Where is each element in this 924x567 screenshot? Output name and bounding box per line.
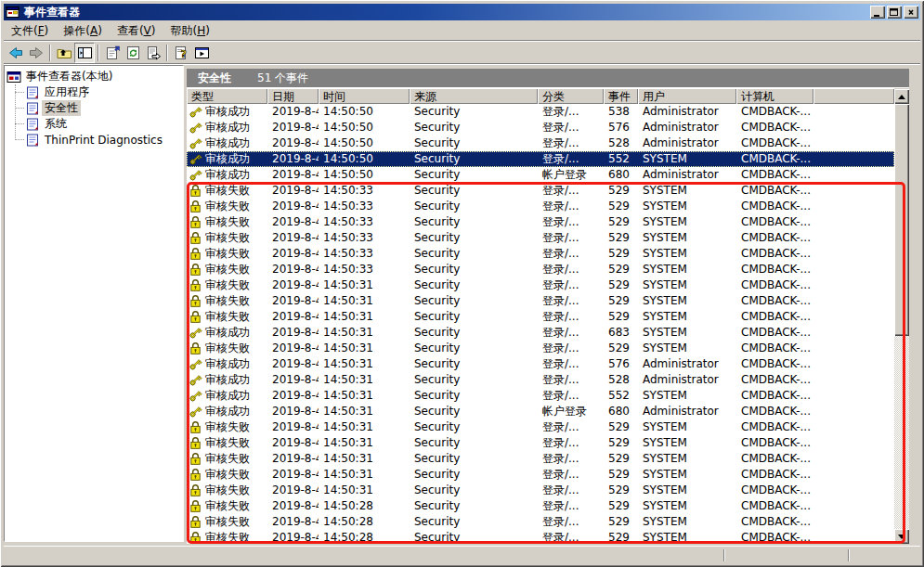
event-row[interactable]: 审核成功 2019-8-4 14:50:50 Security 登录/... 5… (187, 120, 894, 135)
audit-success-key-icon (189, 152, 202, 166)
event-row[interactable]: 审核失败 2019-8-4 14:50:28 Security 登录/... 5… (187, 514, 894, 530)
date-cell: 2019-8-4 (267, 467, 319, 483)
event-row[interactable]: 审核成功 2019-8-4 14:50:50 Security 帐户登录 680… (187, 167, 894, 183)
column-header[interactable]: 用户 (638, 88, 736, 104)
event-row[interactable]: 审核成功 2019-8-4 14:50:31 Security 登录/... 5… (187, 372, 894, 388)
vertical-scrollbar[interactable] (894, 89, 909, 544)
forward-button[interactable] (26, 43, 46, 63)
tree-item-安全性[interactable]: 安全性 (7, 100, 183, 116)
event-row[interactable]: 审核失败 2019-8-4 14:50:33 Security 登录/... 5… (187, 246, 894, 262)
type-cell: 审核失败 (187, 514, 267, 530)
event-row[interactable]: 审核失败 2019-8-4 14:50:31 Security 登录/... 5… (187, 277, 894, 293)
event-row[interactable]: 审核失败 2019-8-4 14:50:31 Security 登录/... 5… (187, 309, 894, 325)
tree-root-event-viewer[interactable]: 事件查看器(本地) (7, 69, 183, 84)
event-row[interactable]: 审核失败 2019-8-4 14:50:31 Security 登录/... 5… (187, 483, 894, 498)
event-id-cell: 529 (604, 199, 638, 214)
scroll-down-button[interactable] (894, 529, 909, 544)
refresh-button[interactable] (123, 43, 143, 63)
menu-item[interactable]: 帮助(H) (163, 22, 216, 40)
category-cell: 登录/... (538, 356, 604, 372)
source-cell: Security (410, 183, 538, 199)
event-id-cell: 529 (604, 419, 638, 435)
computer-cell: CMDBACK-... (736, 325, 813, 341)
export-list-icon (146, 45, 162, 60)
event-row[interactable]: 审核失败 2019-8-4 14:50:33 Security 登录/... 5… (187, 262, 894, 277)
event-row[interactable]: 审核成功 2019-8-4 14:50:50 Security 登录/... 5… (187, 151, 894, 167)
export-list-button[interactable] (143, 43, 163, 63)
back-button[interactable] (6, 43, 26, 63)
category-cell: 登录/... (538, 151, 604, 167)
category-cell: 帐户登录 (538, 167, 604, 183)
event-row[interactable]: 审核失败 2019-8-4 14:50:33 Security 登录/... 5… (187, 230, 894, 246)
menu-item[interactable]: 文件(F) (4, 22, 56, 40)
scrollbar-thumb[interactable] (894, 104, 909, 336)
column-header[interactable]: 计算机 (736, 88, 813, 104)
time-cell: 14:50:31 (319, 483, 410, 498)
event-row[interactable]: 审核成功 2019-8-4 14:50:31 Security 登录/... 5… (187, 356, 894, 372)
menu-item[interactable]: 操作(A) (56, 22, 110, 40)
up-folder-button[interactable] (54, 43, 74, 63)
time-cell: 14:50:31 (319, 309, 410, 325)
event-row[interactable]: 审核失败 2019-8-4 14:50:28 Security 登录/... 5… (187, 530, 894, 544)
date-cell: 2019-8-4 (267, 199, 319, 214)
computer-cell: CMDBACK-... (736, 404, 813, 419)
time-cell: 14:50:33 (319, 214, 410, 230)
column-header[interactable]: 分类 (538, 88, 604, 104)
category-cell: 登录/... (538, 104, 604, 120)
type-cell: 审核失败 (187, 467, 267, 483)
column-header[interactable]: 时间 (319, 88, 410, 104)
user-cell: SYSTEM (638, 199, 736, 214)
column-header[interactable]: 日期 (267, 88, 319, 104)
event-row[interactable]: 审核成功 2019-8-4 14:50:31 Security 帐户登录 680… (187, 404, 894, 419)
minimize-button[interactable] (870, 6, 885, 19)
tree-item-系统[interactable]: 系统 (7, 116, 183, 132)
computer-cell: CMDBACK-... (736, 262, 813, 277)
event-id-cell: 538 (604, 104, 638, 120)
event-row[interactable]: 审核失败 2019-8-4 14:50:28 Security 登录/... 5… (187, 498, 894, 514)
show-panel-button[interactable] (191, 43, 212, 63)
show-tree-button[interactable] (74, 43, 95, 63)
event-row[interactable]: 审核失败 2019-8-4 14:50:31 Security 登录/... 5… (187, 435, 894, 451)
event-row[interactable]: 审核失败 2019-8-4 14:50:33 Security 登录/... 5… (187, 199, 894, 214)
event-row[interactable]: 审核成功 2019-8-4 14:50:31 Security 登录/... 6… (187, 325, 894, 341)
event-row[interactable]: 审核成功 2019-8-4 14:50:31 Security 登录/... 5… (187, 388, 894, 404)
properties-button[interactable] (102, 43, 123, 63)
event-row[interactable]: 审核失败 2019-8-4 14:50:31 Security 登录/... 5… (187, 293, 894, 309)
tree-item-ThinPrint Diagnostics[interactable]: ThinPrint Diagnostics (7, 132, 183, 148)
menu-item[interactable]: 查看(V) (110, 22, 163, 40)
type-cell: 审核失败 (187, 183, 267, 199)
event-row[interactable]: 审核失败 2019-8-4 14:50:31 Security 登录/... 5… (187, 451, 894, 467)
computer-cell: CMDBACK-... (736, 451, 813, 467)
audit-success-key-icon (189, 373, 202, 387)
column-header[interactable]: 事件 (604, 88, 638, 104)
event-row[interactable]: 审核失败 2019-8-4 14:50:33 Security 登录/... 5… (187, 183, 894, 199)
event-row[interactable]: 审核失败 2019-8-4 14:50:31 Security 登录/... 5… (187, 341, 894, 356)
column-header[interactable]: 类型 (187, 88, 267, 104)
back-arrow-icon (8, 45, 23, 60)
event-row[interactable]: 审核失败 2019-8-4 14:50:31 Security 登录/... 5… (187, 467, 894, 483)
scroll-up-button[interactable] (894, 89, 909, 104)
source-cell: Security (410, 467, 538, 483)
date-cell: 2019-8-4 (267, 246, 319, 262)
tree-item-应用程序[interactable]: 应用程序 (7, 84, 183, 100)
show-panel-icon (194, 45, 210, 60)
computer-cell: CMDBACK-... (736, 388, 813, 404)
column-header[interactable] (813, 88, 894, 104)
computer-cell: CMDBACK-... (736, 309, 813, 325)
audit-failure-lock-icon (189, 310, 202, 324)
close-button[interactable] (904, 6, 918, 19)
event-row[interactable]: 审核失败 2019-8-4 14:50:33 Security 登录/... 5… (187, 214, 894, 230)
type-cell: 审核失败 (187, 293, 267, 309)
audit-success-key-icon (189, 168, 202, 182)
column-header[interactable]: 来源 (410, 88, 538, 104)
maximize-button[interactable] (887, 6, 902, 19)
event-row[interactable]: 审核成功 2019-8-4 14:50:50 Security 登录/... 5… (187, 104, 894, 120)
event-row[interactable]: 审核成功 2019-8-4 14:50:50 Security 登录/... 5… (187, 135, 894, 151)
source-cell: Security (410, 356, 538, 372)
source-cell: Security (410, 483, 538, 498)
time-cell: 14:50:31 (319, 293, 410, 309)
computer-cell: CMDBACK-... (736, 341, 813, 356)
type-cell: 审核失败 (187, 214, 267, 230)
event-row[interactable]: 审核失败 2019-8-4 14:50:31 Security 登录/... 5… (187, 419, 894, 435)
help-button[interactable]: ? (171, 43, 191, 63)
